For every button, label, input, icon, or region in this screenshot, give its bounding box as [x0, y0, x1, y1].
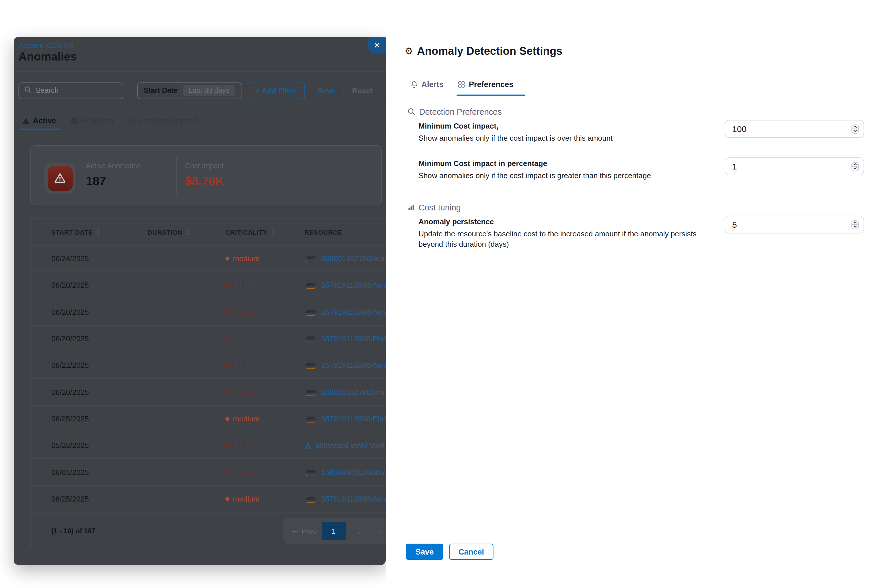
section-title: Cost tuning — [418, 202, 461, 212]
table-row[interactable]: 06/20/2025 5 days critical aws 357919113… — [30, 299, 386, 326]
table-row[interactable]: 06/01/2025 1 day critical aws 1589349290… — [30, 459, 386, 486]
search-input[interactable] — [36, 87, 111, 94]
start-date-value[interactable]: Last 30 days — [183, 85, 235, 96]
settings-form: Detection Preferences Minimum Cost impac… — [408, 99, 864, 258]
stepper-icon[interactable] — [852, 162, 859, 171]
aws-icon: aws — [304, 308, 317, 316]
add-filter-button[interactable]: + Add Filter — [247, 82, 305, 99]
arrow-left-icon: ← — [292, 526, 298, 535]
account-breadcrumb[interactable]: Account: CCM-NG — [19, 42, 74, 49]
tab-label: Preferences — [469, 80, 514, 89]
resource-link[interactable]: 357919113896/Amazon W — [321, 495, 386, 503]
settings-section: Detection Preferences Minimum Cost impac… — [408, 107, 864, 189]
warning-triangle-icon — [48, 166, 72, 190]
page-button[interactable]: 2 — [350, 522, 368, 540]
search-icon — [24, 86, 32, 96]
criticality-cell: critical — [225, 281, 304, 290]
number-input[interactable] — [724, 158, 864, 175]
save-button[interactable]: Save — [406, 544, 443, 560]
column-header[interactable]: CRITICALITY — [225, 229, 304, 236]
start-date-cell: 06/24/2025 — [51, 254, 148, 263]
divider — [386, 97, 869, 98]
resource-link[interactable]: 357919113896/Elastic Lo — [321, 334, 386, 343]
resource-cell: aws 357919113896/Amazon — [304, 281, 386, 290]
scrollbar[interactable] — [869, 3, 869, 585]
screen: Account: CCM-NG Anomalies Start Date Las… — [0, 0, 882, 588]
anomaly-state-tab[interactable]: Archived/Ignored — [128, 117, 197, 125]
settings-tab[interactable]: Preferences — [458, 80, 514, 89]
active-anomalies-value: 187 — [86, 174, 141, 188]
table-row[interactable]: 05/28/2025 1 day critical aws a9999bcd-e… — [30, 432, 386, 459]
resource-link[interactable]: 868001352780/Amazon — [321, 254, 386, 263]
anomalies-modal: Account: CCM-NG Anomalies Start Date Las… — [14, 37, 386, 565]
table-row[interactable]: 06/25/2025 1 day medium aws 357919113896… — [30, 406, 386, 433]
sort-icon[interactable] — [271, 229, 276, 236]
number-input-value[interactable] — [725, 216, 864, 233]
criticality-dot-icon — [225, 443, 230, 447]
duration-cell: 1 day — [148, 414, 225, 423]
resource-cell: aws 868001352780/Amazon — [304, 254, 386, 263]
anomaly-state-tab[interactable]: Active — [22, 117, 56, 125]
divider — [14, 72, 386, 72]
criticality-cell: critical — [225, 441, 304, 450]
anomaly-state-tab[interactable]: Resolved — [70, 117, 114, 125]
resource-link[interactable]: 357919113896/Elastic Lo — [321, 414, 386, 423]
duration-cell: 1 day — [148, 495, 225, 503]
column-header[interactable]: RESOURCE — [304, 229, 386, 236]
pagination-range: (1 - 10) of 187 — [51, 527, 95, 535]
page-button[interactable]: 3 — [372, 522, 386, 540]
resource-link[interactable]: 868001352780/Amazon — [321, 388, 386, 396]
settings-tabs: Alerts Preferences — [411, 80, 513, 89]
aws-icon: aws — [304, 282, 317, 289]
cost-impact-value: $8.70K — [185, 174, 224, 188]
prev-page-button[interactable]: ← Prev — [292, 526, 317, 535]
duration-cell: 1 day — [148, 281, 225, 290]
section-title: Detection Preferences — [419, 107, 502, 116]
table-row[interactable]: 06/21/2025 4 days critical aws 357919113… — [30, 352, 386, 379]
column-header[interactable]: START DATE — [51, 229, 148, 236]
criticality-dot-icon — [225, 390, 230, 394]
settings-field: Minimum Cost impact, Show anomalies only… — [408, 118, 864, 152]
start-date-cell: 06/20/2025 — [51, 334, 148, 343]
resource-link[interactable]: 357919113896/Amazon — [321, 361, 386, 370]
sort-icon[interactable] — [186, 229, 190, 236]
stepper-icon[interactable] — [852, 220, 859, 229]
save-filter-button[interactable]: Save — [318, 86, 336, 95]
table-row[interactable]: 06/20/2025 5 days critical aws 357919113… — [30, 326, 386, 352]
criticality-dot-icon — [225, 284, 230, 287]
number-input[interactable] — [724, 120, 864, 138]
criticality-dot-icon — [225, 470, 230, 474]
close-icon[interactable]: ✕ — [368, 37, 386, 53]
stepper-icon[interactable] — [852, 124, 859, 134]
resource-link[interactable]: 357919113896/Amazon W — [321, 308, 386, 316]
sort-icon[interactable] — [96, 229, 101, 236]
column-header[interactable]: DURATION — [148, 229, 225, 236]
number-input-value[interactable] — [725, 158, 864, 175]
search-box[interactable] — [18, 82, 123, 99]
table-row[interactable]: 06/24/2025 1 day medium aws 868001352780… — [30, 246, 386, 272]
settings-section: Cost tuning Anomaly persistence Update t… — [408, 203, 864, 258]
table-row[interactable]: 06/25/2025 1 day medium aws 357919113896… — [30, 486, 386, 513]
start-date-cell: 06/21/2025 — [51, 361, 148, 370]
duration-cell: 1 day — [148, 468, 225, 477]
cancel-button[interactable]: Cancel — [449, 544, 494, 560]
number-input[interactable] — [724, 216, 864, 234]
resource-link[interactable]: a9999bcd-e999-999f-g — [315, 441, 386, 450]
divider — [176, 158, 177, 194]
start-date-filter[interactable]: Start Date Last 30 days — [137, 82, 242, 99]
divider — [344, 86, 344, 95]
number-input-value[interactable] — [725, 120, 864, 137]
resource-link[interactable]: 158934929029/AWS Co — [321, 468, 386, 477]
criticality-cell: critical — [225, 334, 304, 343]
page-button[interactable]: 1 — [321, 522, 346, 540]
reset-filter-button[interactable]: Reset — [352, 86, 373, 95]
resource-link[interactable]: 357919113896/Amazon — [321, 281, 386, 290]
resource-cell: aws 868001352780/Amazon — [304, 388, 386, 396]
resource-cell: aws 357919113896/Amazon W — [304, 308, 386, 316]
grid-icon — [458, 81, 465, 88]
settings-field: Anomaly persistence Update the resource'… — [408, 214, 864, 258]
table-row[interactable]: 06/20/2025 1 day critical aws 3579191138… — [30, 272, 386, 299]
settings-tab[interactable]: Alerts — [411, 80, 444, 89]
drawer-actions: Save Cancel — [406, 544, 494, 560]
table-row[interactable]: 06/20/2025 5 days critical aws 868001352… — [30, 379, 386, 406]
